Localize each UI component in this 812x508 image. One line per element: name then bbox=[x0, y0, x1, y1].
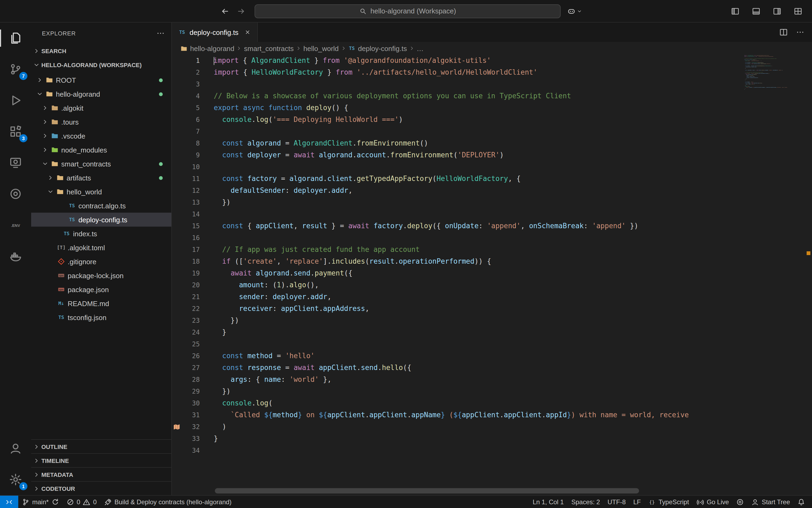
overview-ruler[interactable] bbox=[805, 55, 812, 495]
activity-gitlens[interactable] bbox=[0, 178, 31, 209]
status-language[interactable]: {}TypeScript bbox=[645, 496, 693, 508]
code-line-31[interactable]: 31 `Called ${method} on ${appClient.appC… bbox=[172, 409, 812, 421]
code-line-6[interactable]: 6 console.log('=== Deploying HelloWorld … bbox=[172, 114, 812, 126]
activity-settings[interactable]: 1 bbox=[0, 464, 31, 495]
activity-remote-explorer[interactable] bbox=[0, 147, 31, 178]
status-cursor-position[interactable]: Ln 1, Col 1 bbox=[529, 496, 568, 508]
status-indentation[interactable]: Spaces: 2 bbox=[568, 496, 604, 508]
code-line-4[interactable]: 4// Below is a showcase of various deplo… bbox=[172, 90, 812, 102]
tree-item-node-modules[interactable]: node_modules bbox=[31, 143, 171, 157]
activity-source-control[interactable]: 7 bbox=[0, 54, 31, 85]
tree-item-root[interactable]: ROOT bbox=[31, 73, 171, 87]
activity-explorer[interactable] bbox=[0, 23, 31, 54]
code-line-34[interactable]: 34 bbox=[172, 444, 812, 457]
code-line-27[interactable]: 27 const response = await appClient.send… bbox=[172, 362, 812, 374]
code-line-25[interactable]: 25 bbox=[172, 338, 812, 350]
code-line-7[interactable]: 7 bbox=[172, 126, 812, 137]
section-codetour[interactable]: CODETOUR bbox=[31, 481, 171, 495]
status-problems[interactable]: 00 bbox=[62, 496, 100, 508]
breadcrumb-item-deploy-config-ts[interactable]: TSdeploy-config.ts bbox=[348, 44, 407, 52]
tree-item-hello-world[interactable]: hello_world bbox=[31, 185, 171, 199]
history-forward-button[interactable] bbox=[233, 3, 249, 19]
code-line-28[interactable]: 28 args: { name: 'world' }, bbox=[172, 374, 812, 386]
section-timeline[interactable]: TIMELINE bbox=[31, 453, 171, 467]
layout-panel-button[interactable] bbox=[750, 5, 763, 17]
status-encoding[interactable]: UTF-8 bbox=[604, 496, 629, 508]
section-search[interactable]: SEARCH bbox=[31, 44, 171, 58]
tree-item-vscode[interactable]: .vscode bbox=[31, 129, 171, 143]
tree-item-readme-md[interactable]: M↓README.md bbox=[31, 296, 171, 310]
layout-sidebar-left-button[interactable] bbox=[729, 5, 742, 17]
section-outline[interactable]: OUTLINE bbox=[31, 439, 171, 453]
code-line-14[interactable]: 14 bbox=[172, 208, 812, 220]
code-line-21[interactable]: 21 sender: deployer.addr, bbox=[172, 291, 812, 303]
code-line-20[interactable]: 20 amount: (1).algo(), bbox=[172, 279, 812, 291]
code-line-12[interactable]: 12 defaultSender: deployer.addr, bbox=[172, 185, 812, 197]
code-line-16[interactable]: 16 bbox=[172, 232, 812, 244]
more-actions-icon[interactable] bbox=[156, 29, 165, 38]
code-line-17[interactable]: 17 // If app was just created fund the a… bbox=[172, 244, 812, 256]
tree-item-contract-algo-ts[interactable]: TScontract.algo.ts bbox=[31, 199, 171, 213]
code-line-26[interactable]: 26 const method = 'hello' bbox=[172, 350, 812, 362]
code-editor[interactable]: 1import { AlgorandClient } from '@algora… bbox=[172, 55, 812, 495]
tree-item-package-json[interactable]: npmpackage.json bbox=[31, 283, 171, 296]
code-line-32[interactable]: 32 ) bbox=[172, 421, 812, 433]
tree-item-package-lock-json[interactable]: npmpackage-lock.json bbox=[31, 268, 171, 283]
tree-item-tours[interactable]: .tours bbox=[31, 115, 171, 129]
code-line-33[interactable]: 33} bbox=[172, 433, 812, 444]
breadcrumb-item-smart-contracts[interactable]: smart_contracts bbox=[244, 44, 294, 52]
status-start-tree[interactable]: Start Tree bbox=[748, 496, 794, 508]
breadcrumb-item-hello-algorand[interactable]: hello-algorand bbox=[180, 44, 234, 52]
tree-item-index-ts[interactable]: TSindex.ts bbox=[31, 226, 171, 241]
codetour-map-icon[interactable] bbox=[173, 423, 180, 431]
layout-sidebar-right-button[interactable] bbox=[771, 5, 783, 17]
tree-item-algokit[interactable]: .algokit bbox=[31, 101, 171, 115]
status-go-live[interactable]: Go Live bbox=[693, 496, 733, 508]
copilot-menu-button[interactable] bbox=[567, 7, 582, 15]
code-line-10[interactable]: 10 bbox=[172, 161, 812, 173]
tab-deploy-config-ts[interactable]: TSdeploy-config.ts bbox=[172, 23, 258, 42]
command-center-search[interactable]: hello-algorand (Workspace) bbox=[255, 4, 561, 18]
status-branch[interactable]: main* bbox=[18, 496, 62, 508]
tree-item-artifacts[interactable]: artifacts bbox=[31, 171, 171, 185]
section-workspace[interactable]: HELLO-ALGORAND (WORKSPACE) bbox=[31, 58, 171, 72]
code-line-15[interactable]: 15 const { appClient, result } = await f… bbox=[172, 220, 812, 232]
status-build-task[interactable]: Build & Deploy contracts (hello-algorand… bbox=[100, 496, 235, 508]
code-line-19[interactable]: 19 await algorand.send.payment({ bbox=[172, 267, 812, 279]
minimap[interactable]: import { AlgorandClient } from '@algoran… bbox=[744, 55, 805, 495]
activity-run-debug[interactable] bbox=[0, 85, 31, 116]
code-line-9[interactable]: 9 const deployer = await algorand.accoun… bbox=[172, 149, 812, 161]
activity-extensions[interactable]: 3 bbox=[0, 116, 31, 147]
breadcrumb-item-[interactable]: … bbox=[417, 44, 423, 52]
horizontal-scrollbar[interactable] bbox=[215, 488, 639, 494]
status-gitlens[interactable] bbox=[733, 496, 748, 508]
tree-item-smart-contracts[interactable]: smart_contracts bbox=[31, 157, 171, 171]
close-icon[interactable] bbox=[244, 29, 251, 35]
code-line-11[interactable]: 11 const factory = algorand.client.getTy… bbox=[172, 173, 812, 185]
section-metadata[interactable]: METADATA bbox=[31, 467, 171, 481]
code-line-22[interactable]: 22 receiver: appClient.appAddress, bbox=[172, 303, 812, 315]
code-line-1[interactable]: 1import { AlgorandClient } from '@algora… bbox=[172, 55, 812, 67]
layout-grid-button[interactable] bbox=[792, 5, 805, 17]
code-line-30[interactable]: 30 console.log( bbox=[172, 397, 812, 409]
code-line-24[interactable]: 24 } bbox=[172, 327, 812, 338]
code-line-2[interactable]: 2import { HelloWorldFactory } from '../a… bbox=[172, 67, 812, 78]
code-line-13[interactable]: 13 }) bbox=[172, 197, 812, 208]
split-editor-icon[interactable] bbox=[779, 28, 788, 37]
activity-docker[interactable] bbox=[0, 241, 31, 272]
activity-accounts[interactable] bbox=[0, 433, 31, 464]
code-line-18[interactable]: 18 if (['create', 'replace'].includes(re… bbox=[172, 256, 812, 267]
tree-item-tsconfig-json[interactable]: TStsconfig.json bbox=[31, 310, 171, 324]
ellipsis-icon[interactable] bbox=[796, 28, 805, 37]
status-notifications[interactable] bbox=[794, 496, 809, 508]
code-line-5[interactable]: 5export async function deploy() { bbox=[172, 102, 812, 114]
tree-item-deploy-config-ts[interactable]: TSdeploy-config.ts bbox=[31, 213, 171, 226]
tree-item-hello-algorand[interactable]: hello-algorand bbox=[31, 87, 171, 101]
code-line-29[interactable]: 29 }) bbox=[172, 386, 812, 397]
history-back-button[interactable] bbox=[217, 3, 233, 19]
code-line-23[interactable]: 23 }) bbox=[172, 315, 812, 327]
tree-item-gitignore[interactable]: .gitignore bbox=[31, 255, 171, 268]
status-eol[interactable]: LF bbox=[629, 496, 644, 508]
tree-item-algokit-toml[interactable]: [T].algokit.toml bbox=[31, 241, 171, 255]
code-line-8[interactable]: 8 const algorand = AlgorandClient.fromEn… bbox=[172, 137, 812, 149]
